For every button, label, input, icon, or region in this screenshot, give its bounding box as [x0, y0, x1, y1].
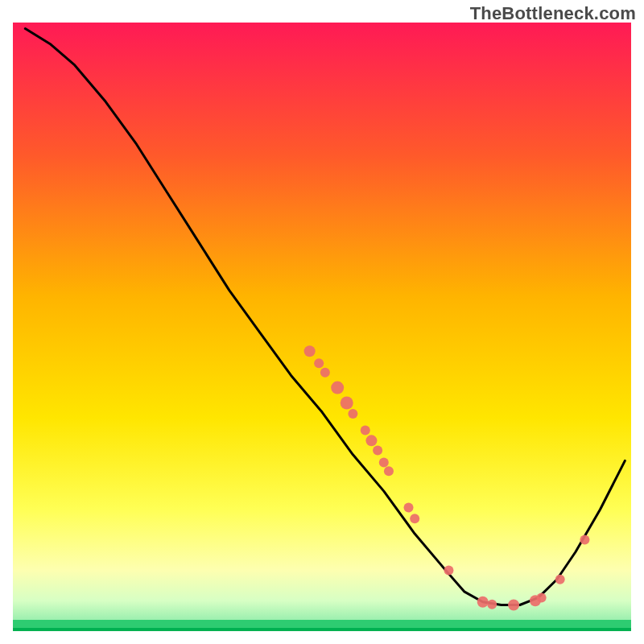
data-point [487, 600, 497, 609]
green-band [13, 620, 631, 628]
data-point [331, 382, 344, 394]
data-point [341, 397, 353, 410]
data-point [508, 599, 519, 610]
data-point [348, 409, 357, 419]
green-baseline [13, 628, 631, 631]
data-point [365, 435, 377, 446]
data-point [384, 466, 394, 476]
data-point [477, 597, 489, 608]
data-point [404, 503, 414, 513]
chart-container: TheBottleneck.com [0, 0, 644, 644]
data-point [361, 426, 370, 436]
gradient-background [13, 23, 631, 631]
data-point [444, 565, 453, 575]
data-point [379, 458, 389, 468]
data-point [314, 358, 324, 368]
data-point [304, 345, 316, 357]
data-point [580, 535, 589, 545]
data-point [537, 592, 547, 602]
data-point [410, 514, 419, 523]
chart-svg [0, 0, 644, 644]
data-point [373, 445, 382, 455]
data-point [555, 575, 565, 584]
plot-area [13, 23, 631, 631]
data-point [320, 368, 330, 378]
